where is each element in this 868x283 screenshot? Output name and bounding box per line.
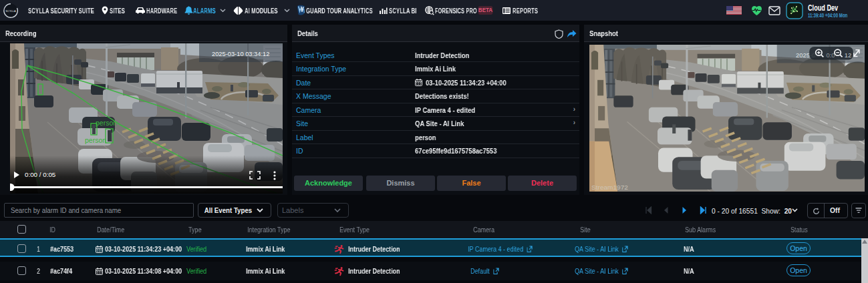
svg-text:12: 12 [845, 52, 851, 59]
svg-text:person: person [85, 136, 106, 144]
svg-text:SCYLLA: SCYLLA [5, 9, 16, 13]
svg-text:2025-03-10 03:34:12: 2025-03-10 03:34:12 [212, 51, 269, 57]
svg-text:0:0: 0:0 [826, 52, 835, 59]
svg-text:Stream1972: Stream1972 [591, 184, 628, 191]
svg-text:person: person [96, 119, 117, 127]
svg-text:0:00 / 0:05: 0:00 / 0:05 [25, 171, 56, 178]
